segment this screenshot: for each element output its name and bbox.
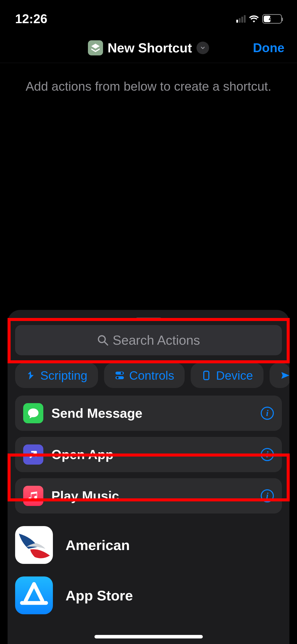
chip-label: Scripting (40, 369, 87, 382)
battery-icon: 41 (262, 14, 282, 24)
chip-label: Device (216, 369, 253, 382)
shortcut-app-icon (88, 40, 103, 55)
search-icon (97, 334, 109, 346)
cellular-signal-icon (236, 15, 246, 23)
done-button[interactable]: Done (253, 41, 284, 55)
apps-list: American App Store (8, 513, 289, 614)
action-label: Play Music (51, 488, 253, 503)
chip-scripting[interactable]: Scripting (15, 363, 98, 388)
action-send-message[interactable]: Send Message i (15, 396, 282, 431)
chip-controls[interactable]: Controls (104, 363, 185, 388)
controls-icon (115, 370, 125, 380)
actions-sheet: Search Actions Scripting Controls Device (8, 310, 289, 644)
category-chips[interactable]: Scripting Controls Device (8, 363, 289, 396)
empty-state-hint: Add actions from below to create a short… (0, 63, 297, 100)
info-button[interactable]: i (261, 407, 274, 420)
open-app-icon (23, 444, 43, 465)
action-open-app[interactable]: Open App i (15, 437, 282, 472)
page-title: New Shortcut (108, 40, 192, 55)
app-item-american[interactable]: American (15, 526, 282, 564)
app-label: American (65, 537, 130, 553)
american-icon (15, 526, 53, 564)
chip-label: Controls (129, 369, 174, 382)
app-item-appstore[interactable]: App Store (15, 576, 282, 614)
chip-device[interactable]: Device (191, 363, 263, 388)
scripting-icon (26, 370, 36, 380)
chip-more[interactable] (270, 363, 289, 388)
svg-point-3 (121, 372, 123, 374)
wifi-icon (249, 15, 259, 23)
svg-rect-6 (204, 371, 209, 379)
status-indicators: 41 (236, 14, 282, 24)
svg-line-1 (105, 342, 108, 345)
svg-line-7 (26, 584, 34, 601)
nav-title-group[interactable]: New Shortcut (88, 40, 209, 55)
messages-icon (23, 403, 43, 423)
info-button[interactable]: i (261, 489, 274, 502)
music-icon (23, 486, 43, 506)
suggestions-list: Send Message i Open App i Play Music i (8, 396, 289, 513)
appstore-icon (15, 576, 53, 614)
svg-line-8 (34, 584, 42, 601)
status-time: 12:26 (15, 12, 47, 26)
action-label: Open App (51, 447, 253, 462)
svg-point-5 (116, 377, 118, 379)
action-play-music[interactable]: Play Music i (15, 478, 282, 513)
search-input[interactable]: Search Actions (15, 325, 282, 355)
search-placeholder: Search Actions (113, 333, 200, 348)
action-label: Send Message (51, 406, 253, 421)
nav-bar: New Shortcut Done (0, 33, 297, 63)
status-bar: 12:26 41 (0, 0, 297, 33)
send-icon (280, 370, 289, 380)
chevron-down-icon[interactable] (196, 42, 209, 54)
app-label: App Store (65, 587, 133, 604)
device-icon (201, 370, 211, 380)
battery-level: 41 (263, 15, 281, 22)
sheet-grabber[interactable] (136, 317, 161, 320)
info-button[interactable]: i (261, 448, 274, 461)
home-indicator[interactable] (94, 635, 203, 638)
